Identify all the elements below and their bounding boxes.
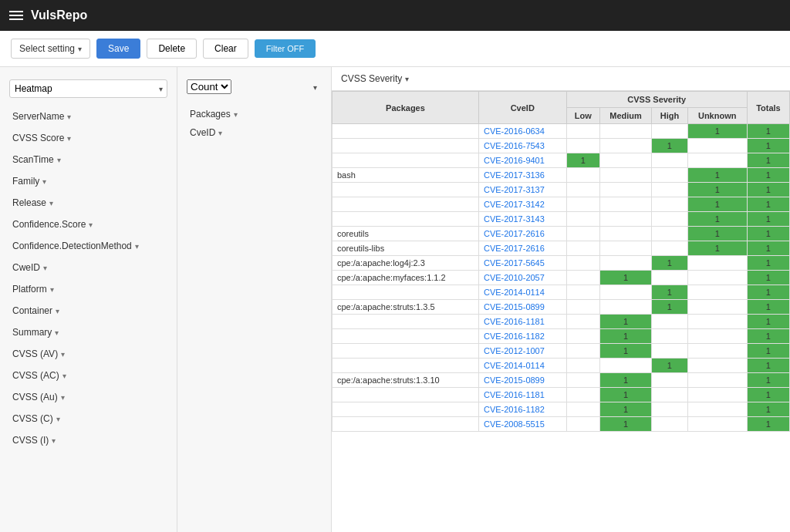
mid-item-arrow: ▾ xyxy=(218,129,222,137)
cell-unknown xyxy=(687,153,747,168)
cell-package: coreutils-libs xyxy=(333,241,479,256)
cell-cveid[interactable]: CVE-2016-0634 xyxy=(478,124,566,139)
left-item-arrow: ▾ xyxy=(43,264,47,272)
left-item-label: ServerName xyxy=(12,111,64,122)
clear-button[interactable]: Clear xyxy=(203,39,248,59)
left-item-label: Platform xyxy=(12,284,47,295)
cell-totals: 1 xyxy=(747,241,789,256)
left-panel-item[interactable]: Summary▾ xyxy=(0,322,177,343)
left-panel-item[interactable]: CVSS (AV)▾ xyxy=(0,343,177,365)
left-item-label: CVSS (AC) xyxy=(12,370,59,381)
left-panel-item[interactable]: CVSS Score▾ xyxy=(0,127,177,149)
cell-unknown xyxy=(687,344,747,359)
cell-medium xyxy=(599,183,651,197)
left-item-arrow: ▾ xyxy=(67,134,71,143)
left-panel-item[interactable]: CVSS (Au)▾ xyxy=(0,386,177,408)
left-panel-item[interactable]: Container▾ xyxy=(0,300,177,322)
cell-totals: 1 xyxy=(747,402,789,417)
cell-cveid[interactable]: CVE-2017-5645 xyxy=(478,256,566,271)
cell-cveid[interactable]: CVE-2008-5515 xyxy=(478,417,566,432)
filter-button[interactable]: Filter OFF xyxy=(255,39,316,58)
cell-medium xyxy=(599,285,651,300)
cell-cveid[interactable]: CVE-2015-0899 xyxy=(478,300,566,315)
cell-totals: 1 xyxy=(747,212,789,227)
cell-cveid[interactable]: CVE-2012-1007 xyxy=(478,344,566,359)
cell-cveid[interactable]: CVE-2016-1181 xyxy=(478,315,566,329)
cell-cveid[interactable]: CVE-2017-3136 xyxy=(478,168,566,183)
cell-cveid[interactable]: CVE-2017-3137 xyxy=(478,183,566,197)
cell-package: cpe:/a:apache:log4j:2.3 xyxy=(333,256,479,271)
cell-cveid[interactable]: CVE-2016-1181 xyxy=(478,388,566,402)
select-setting-arrow: ▾ xyxy=(78,45,82,53)
delete-button[interactable]: Delete xyxy=(147,39,197,59)
cell-package xyxy=(333,359,479,373)
cell-medium xyxy=(599,153,651,168)
table-row: cpe:/a:apache:struts:1.3.5 CVE-2015-0899… xyxy=(333,300,790,315)
left-panel-item[interactable]: CVSS (AC)▾ xyxy=(0,365,177,386)
left-panel-item[interactable]: Platform▾ xyxy=(0,278,177,300)
count-select[interactable]: Count xyxy=(187,79,231,94)
cell-package xyxy=(333,315,479,329)
left-item-arrow: ▾ xyxy=(135,242,139,251)
cell-low xyxy=(566,417,599,432)
cell-totals: 1 xyxy=(747,300,789,315)
cell-unknown xyxy=(687,373,747,388)
mid-panel-item[interactable]: CveID▾ xyxy=(177,123,331,142)
left-panel-item[interactable]: CweID▾ xyxy=(0,257,177,278)
cell-cveid[interactable]: CVE-2010-2057 xyxy=(478,271,566,285)
col-totals-header: Totals xyxy=(747,92,789,124)
cell-cveid[interactable]: CVE-2017-2616 xyxy=(478,227,566,241)
mid-panel-item[interactable]: Packages▾ xyxy=(177,105,331,123)
cell-cveid[interactable]: CVE-2016-1182 xyxy=(478,329,566,344)
left-panel-item[interactable]: ServerName▾ xyxy=(0,106,177,127)
left-item-arrow: ▾ xyxy=(56,415,60,423)
cell-unknown xyxy=(687,359,747,373)
cell-unknown xyxy=(687,329,747,344)
cell-high xyxy=(652,388,687,402)
cell-cveid[interactable]: CVE-2016-1182 xyxy=(478,402,566,417)
heatmap-select-wrapper[interactable]: Heatmap xyxy=(9,79,167,98)
left-panel-item[interactable]: CVSS (I)▾ xyxy=(0,429,177,451)
count-select-wrapper[interactable]: Count xyxy=(187,79,322,94)
cell-totals: 1 xyxy=(747,329,789,344)
cell-low xyxy=(566,168,599,183)
left-panel-item[interactable]: Confidence.DetectionMethod▾ xyxy=(0,235,177,257)
cell-cveid[interactable]: CVE-2017-3143 xyxy=(478,212,566,227)
cell-low xyxy=(566,402,599,417)
left-item-label: Container xyxy=(12,305,52,316)
cell-totals: 1 xyxy=(747,139,789,153)
cell-high xyxy=(652,271,687,285)
cell-totals: 1 xyxy=(747,197,789,212)
cell-cveid[interactable]: CVE-2016-9401 xyxy=(478,153,566,168)
left-panel-item[interactable]: ScanTime▾ xyxy=(0,149,177,170)
cell-cveid[interactable]: CVE-2014-0114 xyxy=(478,359,566,373)
menu-icon[interactable] xyxy=(9,11,23,20)
cell-medium: 1 xyxy=(599,417,651,432)
cell-cveid[interactable]: CVE-2016-7543 xyxy=(478,139,566,153)
select-setting-button[interactable]: Select setting ▾ xyxy=(11,39,90,59)
save-button[interactable]: Save xyxy=(96,39,140,59)
left-panel-item[interactable]: Release▾ xyxy=(0,192,177,214)
cell-low: 1 xyxy=(566,153,599,168)
cell-low xyxy=(566,359,599,373)
cell-cveid[interactable]: CVE-2017-3142 xyxy=(478,197,566,212)
cell-totals: 1 xyxy=(747,388,789,402)
cell-cveid[interactable]: CVE-2017-2616 xyxy=(478,241,566,256)
left-panel-item[interactable]: Confidence.Score▾ xyxy=(0,214,177,235)
cell-unknown: 1 xyxy=(687,212,747,227)
left-panel-item[interactable]: Family▾ xyxy=(0,170,177,192)
col-high-header: High xyxy=(652,108,687,124)
cell-cveid[interactable]: CVE-2014-0114 xyxy=(478,285,566,300)
cell-high: 1 xyxy=(652,359,687,373)
cell-cveid[interactable]: CVE-2015-0899 xyxy=(478,373,566,388)
heatmap-select[interactable]: Heatmap xyxy=(9,79,167,98)
cell-high xyxy=(652,212,687,227)
left-panel-item[interactable]: CVSS (C)▾ xyxy=(0,408,177,429)
left-panel-header: Heatmap xyxy=(0,75,177,103)
cell-package xyxy=(333,197,479,212)
left-item-label: CVSS Score xyxy=(12,133,64,143)
cell-package: cpe:/a:apache:struts:1.3.5 xyxy=(333,300,479,315)
cell-package xyxy=(333,183,479,197)
cell-high xyxy=(652,183,687,197)
cell-low xyxy=(566,139,599,153)
